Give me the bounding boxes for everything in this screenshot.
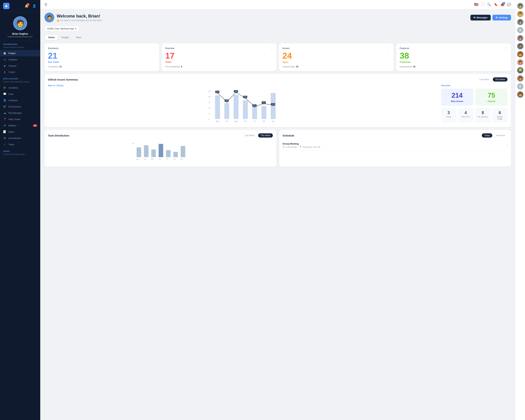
- svg-text:Mon: Mon: [216, 120, 219, 122]
- card-menu-icon[interactable]: ⋮: [153, 47, 156, 50]
- schedule-item: Group Meeting 🕐 in 32 minutes 📍 Conferen…: [283, 140, 507, 150]
- svg-text:9: 9: [209, 113, 209, 114]
- expand-icon[interactable]: ⛶: [481, 3, 484, 6]
- rail-avatar-2[interactable]: 👨: [517, 11, 524, 17]
- gear-icon: ⚙: [496, 16, 498, 19]
- schedule-item-info: Group Meeting 🕐 in 32 minutes 📍 Conferen…: [283, 142, 320, 148]
- svg-point-36: [245, 97, 246, 99]
- card-menu-icon[interactable]: ⋮: [270, 47, 273, 50]
- rail-avatar-10[interactable]: 👩: [517, 75, 524, 82]
- overview-area: Overview 214 New Issues 75 Closed: [441, 84, 507, 123]
- sidebar-item-scrumboard[interactable]: ⊞ Scrumboard: [0, 135, 40, 141]
- settings-button[interactable]: ⚙ Settings: [492, 15, 511, 20]
- rail-avatar-7[interactable]: 👨: [517, 51, 524, 57]
- svg-text:Fri: Fri: [166, 158, 168, 160]
- topbar-right: 🇺🇸 ⛶ 🔍 🔖 📥 5 💬: [474, 2, 511, 7]
- card-issues-number: 24: [282, 52, 390, 60]
- schedule-arrow-icon[interactable]: ›: [507, 144, 507, 147]
- rail-avatar-11[interactable]: M: [517, 83, 524, 90]
- schedule-meta: 🕐 in 32 minutes 📍 Conference room 1B: [283, 146, 320, 148]
- tomorrow-button[interactable]: Tomorrow: [493, 133, 507, 138]
- sidebar-item-contacts[interactable]: 👤 Contacts: [0, 97, 40, 103]
- ecommerce-icon: 🛒: [3, 105, 6, 108]
- sidebar-item-mailbox[interactable]: ✉ Mailbox 27: [0, 122, 40, 129]
- schedule-item-title: Group Meeting: [283, 142, 320, 145]
- mailbox-icon: ✉: [3, 124, 6, 127]
- chart-container: 45 36 27 18 9 0: [48, 89, 438, 123]
- card-menu-icon[interactable]: ⋮: [505, 47, 507, 50]
- card-features-number: 38: [400, 52, 507, 60]
- svg-text:Sat: Sat: [173, 158, 176, 160]
- clock-icon: 🕐: [283, 146, 285, 148]
- search-button[interactable]: 👤: [31, 3, 37, 9]
- sidebar-item-finance[interactable]: ◈ Finance: [0, 63, 40, 69]
- svg-text:Sun: Sun: [272, 120, 275, 122]
- task-toggle-btns: Last Week This Week: [242, 133, 273, 138]
- svg-rect-17: [262, 106, 266, 119]
- sidebar-item-label: Contacts: [8, 99, 17, 102]
- svg-rect-12: [215, 95, 220, 119]
- rail-avatar-4[interactable]: M: [517, 27, 524, 33]
- bottom-row: Task Distribution Last Week This Week 40: [45, 130, 511, 169]
- scrumboard-icon: ⊞: [3, 137, 6, 140]
- rail-avatar-8[interactable]: 👩: [517, 59, 524, 65]
- sidebar-item-project[interactable]: ▦ Project: [0, 50, 40, 56]
- academy-icon: 🎓: [3, 86, 6, 89]
- sidebar-item-helpcenter[interactable]: ❓ Help Center ›: [0, 116, 40, 122]
- card-menu-icon[interactable]: ⋮: [387, 47, 390, 50]
- schedule-card: Schedule Today Tomorrow Group Meeting 🕐 …: [279, 130, 511, 167]
- svg-point-38: [263, 103, 265, 104]
- notifications-button[interactable]: 🔔 3: [24, 3, 29, 9]
- tab-budget[interactable]: Budget: [58, 35, 72, 40]
- online-status-dot: [522, 7, 523, 9]
- reopened-card: 8 Re-opened: [475, 108, 490, 122]
- chat-icon: 💬: [3, 93, 6, 95]
- card-overdue-title: Overdue: [165, 47, 175, 49]
- card-issues-stat: Closed today: 19: [282, 65, 390, 68]
- rail-avatar-9[interactable]: 👱‍♀️: [517, 67, 524, 74]
- sidebar-item-analytics[interactable]: ◷ Analytics: [0, 56, 40, 63]
- rail-avatar-3[interactable]: 👩: [517, 19, 524, 25]
- rail-avatar-1[interactable]: 🧑: [517, 3, 524, 9]
- sidebar-item-tasks[interactable]: ✓ Tasks: [0, 141, 40, 148]
- sidebar-item-filemanager[interactable]: ☁ File Manager: [0, 110, 40, 116]
- last-week-button[interactable]: Last Week: [477, 77, 492, 82]
- sidebar-item-label: File Manager: [8, 112, 22, 114]
- chat-topbar-icon[interactable]: 💬: [507, 3, 511, 7]
- card-overdue-number: 17: [165, 52, 273, 60]
- card-summary-label: Due Tasks: [48, 61, 156, 63]
- flag-icon[interactable]: 🇺🇸: [474, 2, 478, 7]
- sidebar-item-label: Help Center: [8, 118, 20, 121]
- task-dist-title: Task Distribution: [48, 134, 69, 137]
- this-week-button[interactable]: This Week: [493, 77, 507, 82]
- crypto-icon: $: [3, 71, 6, 74]
- inbox-icon[interactable]: 📥 5: [500, 3, 504, 7]
- card-summary-title: Summary: [48, 47, 58, 49]
- profile-email: hughes.brian@company.com: [8, 36, 33, 38]
- tab-home[interactable]: Home: [45, 35, 58, 40]
- messages-button[interactable]: ✉ Messages: [470, 15, 491, 20]
- rail-avatar-12[interactable]: 👨: [517, 91, 524, 98]
- sidebar-item-notes[interactable]: 📝 Notes: [0, 129, 40, 135]
- profile-avatar: 🧑: [13, 16, 27, 30]
- sidebar: ◆ 🔔 3 👤 🧑 Brian Hughes hughes.brian@comp…: [0, 0, 40, 420]
- rail-avatar-5[interactable]: 👩: [517, 35, 524, 41]
- svg-rect-16: [252, 105, 257, 119]
- app-selector[interactable]: ACME Corp. Backend App ▾: [45, 26, 79, 31]
- task-this-week-button[interactable]: This Week: [258, 133, 273, 138]
- sidebar-item-academy[interactable]: 🎓 Academy: [0, 84, 40, 91]
- hamburger-icon[interactable]: ☰: [45, 3, 47, 7]
- rail-avatar-6[interactable]: 🧔: [517, 43, 524, 49]
- search-icon[interactable]: 🔍: [487, 3, 491, 7]
- sidebar-item-chat[interactable]: 💬 Chat: [0, 91, 40, 97]
- reopened-label: Re-opened: [478, 116, 488, 118]
- today-button[interactable]: Today: [482, 133, 492, 138]
- sidebar-item-crypto[interactable]: $ Crypto: [0, 69, 40, 75]
- tab-team[interactable]: Team: [73, 35, 84, 40]
- sidebar-item-ecommerce[interactable]: 🛒 ECommerce ›: [0, 103, 40, 110]
- bookmark-icon[interactable]: 🔖: [494, 3, 498, 7]
- task-last-week-button[interactable]: Last Week: [242, 133, 257, 138]
- schedule-title: Schedule: [283, 134, 294, 137]
- wont-fix-label: Won't Fix: [461, 116, 471, 118]
- needs-triage-card: 6 Needs Triage: [492, 108, 508, 122]
